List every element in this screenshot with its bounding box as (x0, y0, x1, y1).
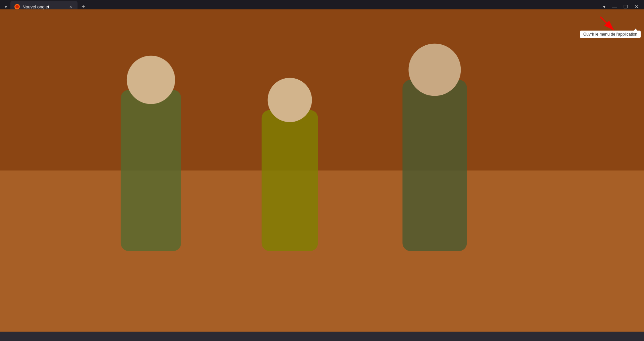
articles-section: Des articles qui font réfléchir En savoi… (154, 183, 490, 269)
main-content: Firefox Rechercher avec Google ou saisir… (0, 28, 644, 341)
article-img-svg-3 (381, 197, 486, 269)
articles-grid: Euro News Festival de Cannes 2024 : les … (158, 197, 487, 269)
article-card-3[interactable]: Courrier international Moscou s'apprête … (381, 197, 486, 269)
svg-rect-46 (402, 197, 467, 251)
article-img-3 (381, 197, 486, 251)
